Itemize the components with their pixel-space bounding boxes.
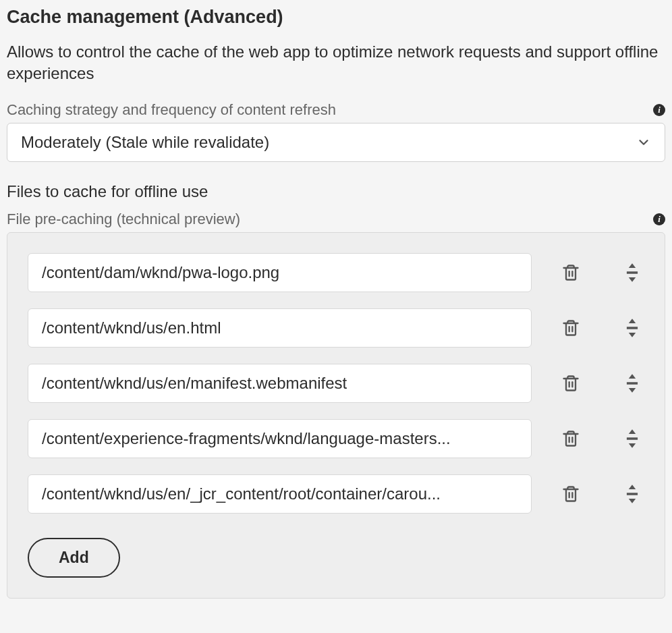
trash-icon[interactable] — [559, 260, 583, 285]
info-icon[interactable]: i — [653, 104, 665, 116]
trash-icon[interactable] — [559, 482, 583, 506]
svg-rect-8 — [627, 327, 638, 329]
add-button[interactable]: Add — [28, 538, 120, 578]
file-path-input[interactable]: /content/wknd/us/en.html — [28, 308, 532, 348]
file-path-input[interactable]: /content/wknd/us/en/_jcr_content/root/co… — [28, 474, 532, 514]
reorder-icon[interactable] — [620, 426, 644, 451]
svg-marker-22 — [629, 485, 636, 489]
trash-icon[interactable] — [559, 316, 583, 340]
info-icon[interactable]: i — [653, 213, 665, 225]
row-actions — [559, 260, 644, 285]
file-precaching-list: /content/dam/wknd/pwa-logo.png/content/w… — [7, 232, 665, 599]
svg-marker-4 — [629, 277, 636, 282]
file-row: /content/wknd/us/en.html — [28, 308, 644, 348]
svg-marker-2 — [629, 263, 636, 268]
reorder-icon[interactable] — [620, 260, 644, 285]
chevron-down-icon — [636, 135, 651, 150]
svg-marker-14 — [629, 388, 636, 393]
svg-rect-13 — [627, 382, 638, 384]
svg-rect-18 — [627, 437, 638, 439]
row-actions — [559, 426, 644, 451]
section-title: Cache management (Advanced) — [7, 7, 665, 28]
svg-marker-24 — [629, 499, 636, 503]
file-path-input[interactable]: /content/experience-fragments/wknd/langu… — [28, 419, 532, 458]
row-actions — [559, 370, 644, 396]
select-value: Moderately (Stale while revalidate) — [21, 133, 269, 152]
files-title: Files to cache for offline use — [7, 182, 665, 201]
trash-icon[interactable] — [559, 426, 583, 451]
row-actions — [559, 315, 644, 341]
caching-strategy-select[interactable]: Moderately (Stale while revalidate) — [7, 123, 665, 162]
file-row: /content/wknd/us/en/_jcr_content/root/co… — [28, 474, 644, 514]
reorder-icon[interactable] — [620, 481, 644, 507]
file-row: /content/wknd/us/en/manifest.webmanifest — [28, 364, 644, 403]
svg-marker-19 — [629, 443, 636, 448]
strategy-label-row: Caching strategy and frequency of conten… — [7, 101, 665, 119]
row-actions — [559, 481, 644, 507]
strategy-label: Caching strategy and frequency of conten… — [7, 101, 336, 119]
svg-rect-23 — [627, 493, 638, 495]
file-path-input[interactable]: /content/wknd/us/en/manifest.webmanifest — [28, 364, 532, 403]
reorder-icon[interactable] — [620, 370, 644, 396]
file-row: /content/experience-fragments/wknd/langu… — [28, 419, 644, 458]
svg-marker-9 — [629, 333, 636, 337]
svg-marker-7 — [629, 319, 636, 323]
reorder-icon[interactable] — [620, 315, 644, 341]
trash-icon[interactable] — [559, 371, 583, 395]
precaching-label: File pre-caching (technical preview) — [7, 211, 240, 228]
precaching-label-row: File pre-caching (technical preview) i — [7, 211, 665, 228]
file-row: /content/dam/wknd/pwa-logo.png — [28, 253, 644, 292]
svg-rect-3 — [627, 271, 638, 273]
svg-marker-17 — [629, 429, 636, 434]
file-path-input[interactable]: /content/dam/wknd/pwa-logo.png — [28, 253, 532, 292]
section-description: Allows to control the cache of the web a… — [7, 41, 665, 85]
svg-marker-12 — [629, 374, 636, 379]
